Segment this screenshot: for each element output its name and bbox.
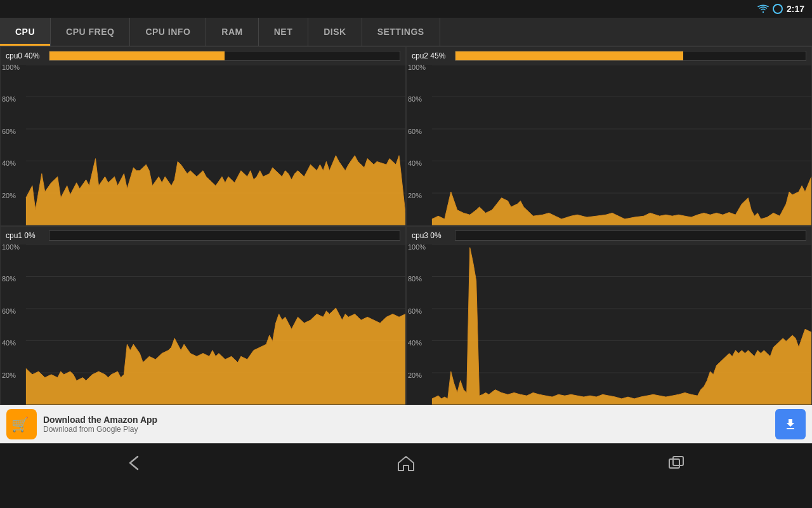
cpu2-chart: 100% 80% 60% 40% 20% bbox=[407, 65, 811, 225]
svg-text:80%: 80% bbox=[408, 95, 422, 103]
svg-rect-49 bbox=[787, 428, 794, 429]
svg-rect-50 bbox=[669, 459, 679, 468]
svg-text:40%: 40% bbox=[408, 339, 422, 347]
cpu2-panel: cpu2 45% 100% 80% 60% 40% 20% bbox=[406, 46, 812, 226]
tab-disk[interactable]: DISK bbox=[308, 18, 362, 46]
svg-text:20%: 20% bbox=[2, 192, 16, 199]
svg-text:80%: 80% bbox=[2, 275, 16, 283]
download-icon bbox=[783, 417, 798, 432]
cpu3-header: cpu3 0% bbox=[407, 227, 811, 244]
recent-apps-icon bbox=[667, 454, 687, 472]
ad-banner[interactable]: 🛒 Download the Amazon App Download from … bbox=[0, 405, 812, 443]
tab-net[interactable]: NET bbox=[259, 18, 309, 46]
cpu2-label: cpu2 45% bbox=[412, 51, 450, 60]
cpu1-chart: 100% 80% 60% 40% 20% bbox=[1, 244, 405, 405]
ad-subtitle: Download from Google Play bbox=[43, 425, 769, 434]
cpu3-progress-container bbox=[455, 231, 806, 241]
svg-text:40%: 40% bbox=[2, 339, 16, 347]
amazon-icon: 🛒 bbox=[6, 409, 37, 439]
tab-ram[interactable]: RAM bbox=[206, 18, 258, 46]
amazon-logo-icon: 🛒 bbox=[11, 414, 32, 434]
cpu-grid: cpu0 40% 100% 80% 60% 40% 20% bbox=[0, 46, 812, 405]
svg-text:40%: 40% bbox=[2, 159, 16, 167]
status-bar: 2:17 bbox=[0, 0, 812, 18]
cpu0-header: cpu0 40% bbox=[1, 47, 405, 65]
cpu2-header: cpu2 45% bbox=[407, 47, 811, 65]
home-icon bbox=[396, 454, 416, 472]
svg-text:20%: 20% bbox=[408, 371, 422, 378]
svg-rect-51 bbox=[673, 457, 683, 465]
ad-title: Download the Amazon App bbox=[43, 415, 769, 425]
cpu0-chart-svg: 100% 80% 60% 40% 20% bbox=[1, 65, 405, 225]
cpu0-progress-fill bbox=[49, 51, 225, 60]
cpu2-progress-container bbox=[455, 51, 806, 61]
tab-cpu[interactable]: CPU bbox=[0, 18, 51, 46]
svg-text:60%: 60% bbox=[2, 307, 16, 314]
cpu2-progress-fill bbox=[455, 51, 683, 60]
wifi-icon bbox=[757, 4, 769, 13]
svg-marker-47 bbox=[432, 247, 811, 404]
cpu3-panel: cpu3 0% 100% 80% 60% 40% 20% bbox=[406, 226, 812, 406]
svg-text:100%: 100% bbox=[2, 244, 20, 251]
ad-text-block: Download the Amazon App Download from Go… bbox=[43, 415, 769, 434]
svg-text:60%: 60% bbox=[2, 128, 16, 135]
svg-text:80%: 80% bbox=[408, 275, 422, 283]
cpu0-label: cpu0 40% bbox=[6, 51, 44, 60]
svg-text:🛒: 🛒 bbox=[11, 416, 29, 433]
svg-text:100%: 100% bbox=[408, 65, 426, 71]
status-time: 2:17 bbox=[787, 4, 804, 14]
cpu1-header: cpu1 0% bbox=[1, 227, 405, 244]
back-icon bbox=[125, 454, 145, 472]
cpu2-chart-svg: 100% 80% 60% 40% 20% bbox=[407, 65, 811, 225]
tab-bar: CPU CPU FREQ CPU INFO RAM NET DISK SETTI… bbox=[0, 18, 812, 46]
cpu1-label: cpu1 0% bbox=[6, 231, 44, 240]
back-button[interactable] bbox=[110, 450, 160, 476]
svg-text:40%: 40% bbox=[408, 159, 422, 167]
svg-text:100%: 100% bbox=[408, 244, 426, 251]
cpu1-panel: cpu1 0% 100% 80% 60% 40% 20% bbox=[0, 226, 406, 406]
tab-cpu-freq[interactable]: CPU FREQ bbox=[51, 18, 130, 46]
cpu1-chart-svg: 100% 80% 60% 40% 20% bbox=[1, 244, 405, 405]
cpu3-chart: 100% 80% 60% 40% 20% bbox=[407, 244, 811, 405]
svg-text:20%: 20% bbox=[2, 371, 16, 378]
tab-settings[interactable]: SETTINGS bbox=[362, 18, 440, 46]
svg-text:80%: 80% bbox=[2, 95, 16, 103]
cpu0-progress-container bbox=[49, 51, 400, 61]
tab-cpu-info[interactable]: CPU INFO bbox=[130, 18, 206, 46]
svg-text:100%: 100% bbox=[2, 65, 20, 71]
home-button[interactable] bbox=[381, 450, 431, 476]
svg-marker-11 bbox=[26, 156, 405, 225]
ad-download-button[interactable] bbox=[775, 409, 806, 439]
cpu0-chart: 100% 80% 60% 40% 20% bbox=[1, 65, 405, 225]
cpu1-progress-container bbox=[49, 231, 400, 241]
status-icons: 2:17 bbox=[757, 4, 804, 14]
cpu0-panel: cpu0 40% 100% 80% 60% 40% 20% bbox=[0, 46, 406, 226]
cpu3-label: cpu3 0% bbox=[412, 231, 450, 240]
svg-text:60%: 60% bbox=[408, 128, 422, 135]
cpu3-chart-svg: 100% 80% 60% 40% 20% bbox=[407, 244, 811, 405]
svg-text:60%: 60% bbox=[408, 307, 422, 314]
bottom-nav bbox=[0, 443, 812, 481]
recent-apps-button[interactable] bbox=[652, 450, 702, 476]
svg-text:20%: 20% bbox=[408, 192, 422, 199]
signal-icon bbox=[773, 4, 783, 14]
